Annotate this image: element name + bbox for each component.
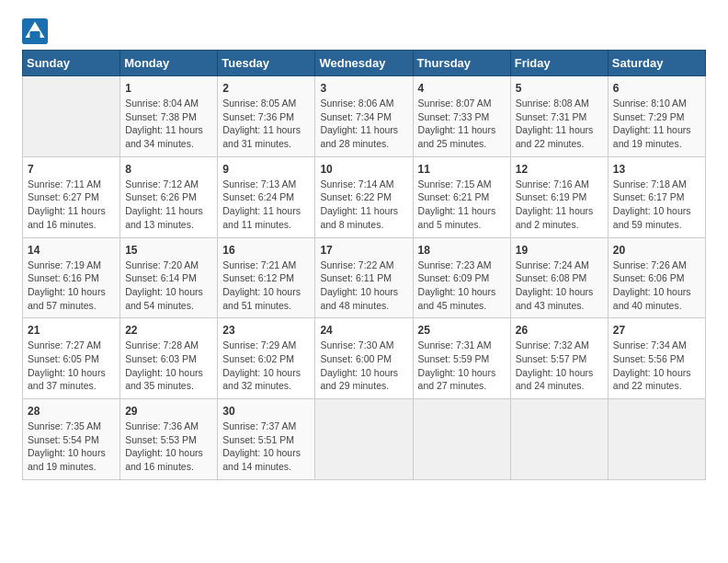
day-info: Sunrise: 7:15 AMSunset: 6:21 PMDaylight:… [418, 178, 506, 232]
day-info: Sunrise: 7:32 AMSunset: 5:57 PMDaylight:… [516, 339, 603, 393]
day-number: 12 [516, 163, 603, 176]
weekday-row: SundayMondayTuesdayWednesdayThursdayFrid… [23, 51, 706, 76]
weekday-header: Sunday [23, 51, 120, 76]
day-info: Sunrise: 7:11 AMSunset: 6:27 PMDaylight:… [28, 178, 115, 232]
calendar-cell: 30Sunrise: 7:37 AMSunset: 5:51 PMDayligh… [218, 399, 315, 480]
day-number: 20 [613, 244, 700, 257]
day-number: 13 [613, 163, 700, 176]
calendar-cell: 13Sunrise: 7:18 AMSunset: 6:17 PMDayligh… [608, 156, 705, 237]
day-info: Sunrise: 7:34 AMSunset: 5:56 PMDaylight:… [613, 339, 700, 393]
day-number: 29 [125, 405, 212, 418]
day-info: Sunrise: 7:22 AMSunset: 6:11 PMDaylight:… [320, 259, 407, 313]
calendar-cell: 20Sunrise: 7:26 AMSunset: 6:06 PMDayligh… [608, 237, 705, 318]
day-number: 18 [418, 244, 506, 257]
svg-rect-2 [29, 31, 40, 40]
day-number: 17 [320, 244, 407, 257]
day-info: Sunrise: 7:24 AMSunset: 6:08 PMDaylight:… [516, 259, 603, 313]
day-number: 3 [320, 82, 407, 95]
weekday-header: Wednesday [315, 51, 413, 76]
day-number: 11 [418, 163, 506, 176]
weekday-header: Thursday [413, 51, 510, 76]
calendar-cell: 18Sunrise: 7:23 AMSunset: 6:09 PMDayligh… [413, 237, 510, 318]
calendar-cell [510, 399, 608, 480]
day-number: 23 [222, 324, 310, 337]
day-number: 9 [222, 163, 310, 176]
calendar-cell [413, 399, 510, 480]
calendar-cell: 24Sunrise: 7:30 AMSunset: 6:00 PMDayligh… [315, 318, 413, 399]
day-info: Sunrise: 7:29 AMSunset: 6:02 PMDaylight:… [222, 339, 310, 393]
calendar-cell: 23Sunrise: 7:29 AMSunset: 6:02 PMDayligh… [218, 318, 315, 399]
calendar-cell: 21Sunrise: 7:27 AMSunset: 6:05 PMDayligh… [23, 318, 120, 399]
logo-icon [22, 18, 48, 44]
calendar-cell: 7Sunrise: 7:11 AMSunset: 6:27 PMDaylight… [23, 156, 120, 237]
day-info: Sunrise: 7:23 AMSunset: 6:09 PMDaylight:… [418, 259, 506, 313]
calendar-body: 1Sunrise: 8:04 AMSunset: 7:38 PMDaylight… [23, 76, 706, 480]
day-number: 30 [222, 405, 310, 418]
weekday-header: Monday [120, 51, 218, 76]
calendar-cell: 3Sunrise: 8:06 AMSunset: 7:34 PMDaylight… [315, 76, 413, 157]
day-number: 16 [222, 244, 310, 257]
day-number: 6 [613, 82, 700, 95]
calendar-cell [608, 399, 705, 480]
day-number: 27 [613, 324, 700, 337]
day-number: 25 [418, 324, 506, 337]
calendar-cell: 9Sunrise: 7:13 AMSunset: 6:24 PMDaylight… [218, 156, 315, 237]
calendar-week-row: 21Sunrise: 7:27 AMSunset: 6:05 PMDayligh… [23, 318, 706, 399]
day-info: Sunrise: 7:12 AMSunset: 6:26 PMDaylight:… [125, 178, 212, 232]
day-info: Sunrise: 8:06 AMSunset: 7:34 PMDaylight:… [320, 97, 407, 151]
calendar-cell: 26Sunrise: 7:32 AMSunset: 5:57 PMDayligh… [510, 318, 608, 399]
day-info: Sunrise: 7:18 AMSunset: 6:17 PMDaylight:… [613, 178, 700, 232]
day-info: Sunrise: 7:20 AMSunset: 6:14 PMDaylight:… [125, 259, 212, 313]
day-info: Sunrise: 8:08 AMSunset: 7:31 PMDaylight:… [516, 97, 603, 151]
day-info: Sunrise: 8:10 AMSunset: 7:29 PMDaylight:… [613, 97, 700, 151]
calendar-cell: 8Sunrise: 7:12 AMSunset: 6:26 PMDaylight… [120, 156, 218, 237]
day-number: 7 [28, 163, 115, 176]
calendar-table: SundayMondayTuesdayWednesdayThursdayFrid… [22, 50, 706, 480]
calendar-cell: 29Sunrise: 7:36 AMSunset: 5:53 PMDayligh… [120, 399, 218, 480]
day-info: Sunrise: 7:16 AMSunset: 6:19 PMDaylight:… [516, 178, 603, 232]
header [22, 18, 706, 44]
calendar-cell: 12Sunrise: 7:16 AMSunset: 6:19 PMDayligh… [510, 156, 608, 237]
day-number: 5 [516, 82, 603, 95]
day-number: 1 [125, 82, 212, 95]
day-info: Sunrise: 7:35 AMSunset: 5:54 PMDaylight:… [28, 419, 115, 474]
day-number: 10 [320, 163, 407, 176]
day-number: 2 [222, 82, 310, 95]
day-number: 22 [125, 324, 212, 337]
day-number: 28 [28, 405, 115, 418]
calendar-cell: 11Sunrise: 7:15 AMSunset: 6:21 PMDayligh… [413, 156, 510, 237]
day-info: Sunrise: 8:07 AMSunset: 7:33 PMDaylight:… [418, 97, 506, 151]
weekday-header: Friday [510, 51, 608, 76]
calendar-cell: 14Sunrise: 7:19 AMSunset: 6:16 PMDayligh… [23, 237, 120, 318]
calendar-header: SundayMondayTuesdayWednesdayThursdayFrid… [23, 51, 706, 76]
day-info: Sunrise: 7:30 AMSunset: 6:00 PMDaylight:… [320, 339, 407, 393]
day-info: Sunrise: 7:13 AMSunset: 6:24 PMDaylight:… [222, 178, 310, 232]
calendar-cell: 16Sunrise: 7:21 AMSunset: 6:12 PMDayligh… [218, 237, 315, 318]
day-number: 21 [28, 324, 115, 337]
day-info: Sunrise: 7:28 AMSunset: 6:03 PMDaylight:… [125, 339, 212, 393]
calendar-cell: 28Sunrise: 7:35 AMSunset: 5:54 PMDayligh… [23, 399, 120, 480]
calendar-cell: 1Sunrise: 8:04 AMSunset: 7:38 PMDaylight… [120, 76, 218, 157]
calendar-cell: 25Sunrise: 7:31 AMSunset: 5:59 PMDayligh… [413, 318, 510, 399]
day-info: Sunrise: 7:26 AMSunset: 6:06 PMDaylight:… [613, 259, 700, 313]
day-info: Sunrise: 8:05 AMSunset: 7:36 PMDaylight:… [222, 97, 310, 151]
day-number: 24 [320, 324, 407, 337]
calendar-cell [23, 76, 120, 157]
day-number: 26 [516, 324, 603, 337]
day-info: Sunrise: 7:31 AMSunset: 5:59 PMDaylight:… [418, 339, 506, 393]
day-info: Sunrise: 7:36 AMSunset: 5:53 PMDaylight:… [125, 419, 212, 474]
calendar-cell: 4Sunrise: 8:07 AMSunset: 7:33 PMDaylight… [413, 76, 510, 157]
calendar-cell: 27Sunrise: 7:34 AMSunset: 5:56 PMDayligh… [608, 318, 705, 399]
day-info: Sunrise: 7:19 AMSunset: 6:16 PMDaylight:… [28, 259, 115, 313]
calendar-cell: 6Sunrise: 8:10 AMSunset: 7:29 PMDaylight… [608, 76, 705, 157]
calendar-cell: 5Sunrise: 8:08 AMSunset: 7:31 PMDaylight… [510, 76, 608, 157]
calendar-cell [315, 399, 413, 480]
calendar-cell: 19Sunrise: 7:24 AMSunset: 6:08 PMDayligh… [510, 237, 608, 318]
calendar-week-row: 28Sunrise: 7:35 AMSunset: 5:54 PMDayligh… [23, 399, 706, 480]
day-number: 4 [418, 82, 506, 95]
day-number: 15 [125, 244, 212, 257]
day-info: Sunrise: 7:27 AMSunset: 6:05 PMDaylight:… [28, 339, 115, 393]
day-number: 14 [28, 244, 115, 257]
calendar-cell: 2Sunrise: 8:05 AMSunset: 7:36 PMDaylight… [218, 76, 315, 157]
day-info: Sunrise: 7:37 AMSunset: 5:51 PMDaylight:… [222, 419, 310, 474]
